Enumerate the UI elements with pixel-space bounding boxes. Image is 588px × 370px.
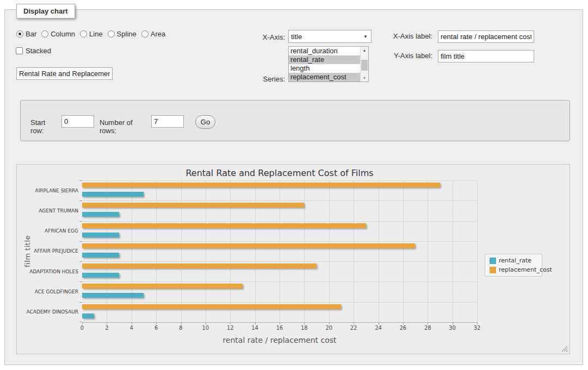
x-tick-mark [280, 322, 280, 324]
x-tick-mark [181, 322, 182, 324]
category-label: AFRICAN EGG [45, 228, 78, 234]
bar-rental_rate [82, 253, 119, 258]
gridline [477, 180, 478, 322]
series-options: rental_durationrental_ratelengthreplacem… [289, 47, 360, 81]
chart-band-african-egg: AFRICAN EGG [82, 221, 477, 241]
chart-band-adaptation-holes: ADAPTATION HOLES [82, 261, 477, 281]
rows-control-panel: Start row: Number of rows: Go [20, 100, 570, 141]
start-row-input[interactable] [61, 115, 94, 128]
number-of-rows-input[interactable] [151, 115, 184, 128]
start-row-label: Start row: [30, 118, 59, 135]
chart-type-radio-area[interactable]: Area [141, 30, 165, 38]
radio-icon[interactable] [108, 30, 115, 37]
chart-type-radio-bar[interactable]: Bar [16, 30, 36, 38]
chart-type-radio-column[interactable]: Column [41, 30, 75, 38]
go-button[interactable]: Go [195, 115, 215, 129]
x-tick-label: 14 [251, 325, 258, 331]
series-option-replacement_cost[interactable]: replacement_cost [289, 73, 360, 81]
x-tick-label: 30 [449, 325, 456, 331]
chart-title-input[interactable] [16, 67, 113, 80]
x-axis-select-label: X-Axis: [245, 33, 285, 41]
x-axis-select-value: title [291, 33, 302, 41]
stacked-checkbox[interactable] [16, 47, 23, 54]
x-tick-label: 10 [202, 325, 209, 331]
x-axis-select[interactable]: title ▼ [288, 30, 372, 43]
x-tick-label: 12 [227, 325, 234, 331]
y-axis-label-label: Y-Axis label: [381, 52, 432, 60]
x-tick-mark [132, 322, 132, 324]
x-tick-mark [428, 322, 428, 324]
legend-swatch-icon [490, 258, 496, 264]
radio-label: Line [89, 30, 103, 38]
series-option-rental_rate[interactable]: rental_rate [289, 55, 360, 64]
bar-rental_rate [82, 293, 144, 298]
chart-type-radio-line[interactable]: Line [80, 30, 103, 38]
x-tick-mark [379, 322, 379, 324]
chart-band-academy-dinosaur: ACADEMY DINOSAUR [82, 302, 477, 322]
bar-replacement_cost [82, 243, 415, 248]
chart-band-agent-truman: AGENT TRUMAN [82, 200, 477, 221]
chart-type-radio-group: BarColumnLineSplineArea [16, 30, 165, 38]
x-tick-mark [403, 322, 404, 324]
bar-rental_rate [82, 233, 119, 237]
legend-item-replacement_cost[interactable]: replacement_cost [490, 266, 537, 273]
x-tick-mark [82, 322, 83, 324]
series-list-label: Series: [245, 75, 285, 83]
legend-label: replacement_cost [499, 266, 552, 273]
x-tick-label: 8 [179, 325, 182, 331]
x-tick-mark [477, 322, 478, 324]
y-axis-label-input[interactable] [438, 50, 534, 62]
chart-band-affair-prejudice: AFFAIR PREJUDICE [82, 241, 477, 261]
series-option-length[interactable]: length [289, 64, 360, 73]
chart-legend: rental_ratereplacement_cost [485, 254, 542, 277]
x-tick-label: 4 [130, 325, 133, 331]
chart-title: Rental Rate and Replacement Cost of Film… [82, 168, 477, 178]
x-tick-label: 16 [276, 325, 283, 331]
series-option-rental_duration[interactable]: rental_duration [289, 47, 360, 55]
radio-label: Bar [26, 30, 36, 38]
bar-replacement_cost [82, 264, 317, 268]
x-tick-mark [255, 322, 256, 324]
chart-type-radio-spline[interactable]: Spline [108, 30, 137, 38]
scroll-up-icon[interactable]: ▲ [361, 47, 368, 54]
scrollbar-thumb[interactable] [361, 60, 368, 71]
chevron-down-icon: ▼ [363, 34, 368, 39]
page: { "form": { "legend_title": "Display cha… [0, 0, 588, 370]
legend-swatch-icon [490, 267, 496, 273]
category-label: AGENT TRUMAN [39, 208, 78, 214]
x-tick-mark [206, 322, 206, 324]
chart-x-axis-title: rental rate / replacement cost [82, 336, 477, 344]
x-tick-label: 26 [400, 325, 407, 331]
category-label: ACADEMY DINOSAUR [27, 309, 78, 315]
series-list-scrollbar[interactable]: ▲ ▼ [360, 47, 368, 81]
chart-panel: Rental Rate and Replacement Cost of Film… [16, 164, 570, 354]
radio-icon[interactable] [41, 30, 48, 37]
x-axis-label-input[interactable] [438, 30, 534, 43]
number-of-rows-label: Number of rows: [100, 118, 151, 135]
legend-item-rental_rate[interactable]: rental_rate [490, 257, 537, 264]
series-multiselect[interactable]: rental_durationrental_ratelengthreplacem… [288, 46, 369, 82]
x-tick-label: 18 [301, 325, 308, 331]
radio-label: Area [151, 30, 165, 38]
stacked-checkbox-row[interactable]: Stacked [16, 47, 51, 55]
bar-replacement_cost [82, 304, 341, 309]
x-tick-mark [156, 322, 157, 324]
radio-icon[interactable] [141, 30, 148, 37]
radio-label: Column [51, 30, 75, 38]
x-axis-label-label: X-Axis label: [381, 32, 432, 40]
bar-rental_rate [82, 273, 119, 278]
x-tick-mark [354, 322, 354, 324]
resize-grip-icon[interactable] [561, 346, 567, 352]
radio-icon[interactable] [80, 30, 87, 37]
radio-icon[interactable] [16, 30, 23, 37]
x-tick-mark [107, 322, 107, 324]
x-tick-mark [230, 322, 231, 324]
stacked-label: Stacked [26, 47, 51, 55]
x-tick-label: 32 [474, 325, 481, 331]
scroll-down-icon[interactable]: ▼ [361, 74, 368, 81]
bar-replacement_cost [82, 223, 366, 228]
x-tick-label: 20 [325, 325, 332, 331]
x-tick-label: 6 [154, 325, 158, 331]
x-tick-label: 0 [81, 325, 84, 331]
bar-rental_rate [82, 192, 144, 197]
